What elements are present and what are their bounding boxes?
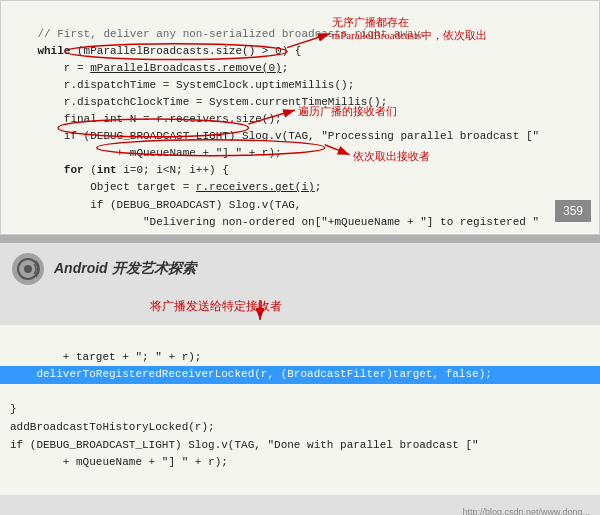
code-line-10: if (DEBUG_BROADCAST) Slog.v(TAG, — [11, 199, 301, 211]
svg-point-15 — [24, 265, 32, 273]
code-line-4: r.dispatchClockTime = System.currentTime… — [11, 96, 387, 108]
section-divider — [0, 235, 600, 243]
code-line-7: + mQueueName + "] " + r); — [11, 147, 282, 159]
bottom-code-line-1: + target + "; " + r); — [10, 351, 201, 363]
bottom-code-line-4: addBroadcastToHistoryLocked(r); — [10, 421, 215, 433]
bottom-code-line-6: + mQueueName + "] " + r); — [10, 456, 228, 468]
code-line-5: final int N = r.receivers.size(); — [11, 113, 282, 125]
code-line-6: if (DEBUG_BROADCAST_LIGHT) Slog.v(TAG, "… — [11, 130, 539, 142]
book-icon — [10, 251, 46, 287]
code-line-9: Object target = r.receivers.get(i); — [11, 181, 321, 193]
code-line-2: r = mParallelBroadcasts.remove(0); — [11, 62, 288, 74]
bottom-code-line-5: if (DEBUG_BROADCAST_LIGHT) Slog.v(TAG, "… — [10, 439, 479, 451]
bottom-section: Android 开发艺术探索 将广播发送给特定接收者 + target + ";… — [0, 243, 600, 515]
code-line-1: while (mParallelBroadcasts.size() > 0) { — [11, 45, 301, 57]
code-line-3: r.dispatchTime = SystemClock.uptimeMilli… — [11, 79, 354, 91]
bottom-header: Android 开发艺术探索 — [0, 243, 600, 295]
code-line-11: "Delivering non-ordered on["+mQueueName … — [11, 216, 539, 228]
code-block-top: // First, deliver any non-serialized bro… — [1, 1, 599, 235]
svg-text:将广播发送给特定接收者: 将广播发送给特定接收者 — [149, 299, 282, 313]
book-title: Android 开发艺术探索 — [54, 260, 196, 278]
bottom-annotation-svg: 将广播发送给特定接收者 — [0, 295, 600, 325]
watermark: http://blog.csdn.net/www.dong... — [462, 507, 590, 515]
page-number: 359 — [555, 200, 591, 222]
bottom-code-line-3: } — [10, 403, 17, 415]
bottom-code-block: + target + "; " + r); deliverToRegistere… — [0, 325, 600, 495]
bottom-code-line-highlight: deliverToRegisteredReceiverLocked(r, (Br… — [0, 366, 600, 384]
code-line-8: for (int i=0; i<N; i++) { — [11, 164, 229, 176]
top-code-section: // First, deliver any non-serialized bro… — [0, 0, 600, 235]
comment-line: // First, deliver any non-serialized bro… — [11, 28, 427, 40]
